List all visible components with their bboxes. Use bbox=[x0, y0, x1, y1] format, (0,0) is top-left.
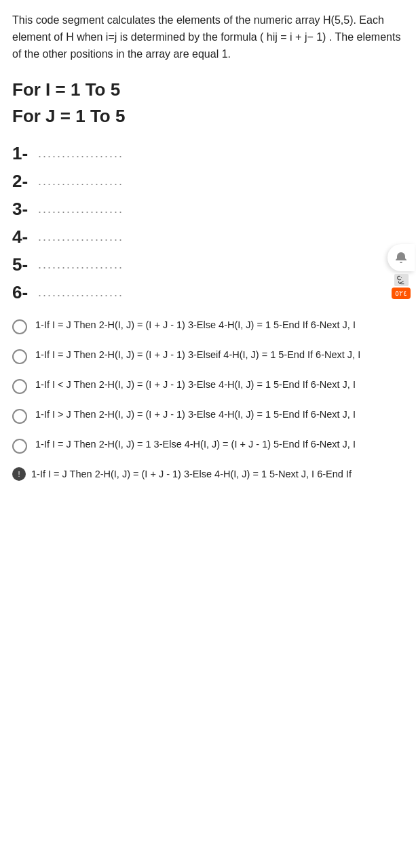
side-widget: لان ٥٢٤ bbox=[386, 244, 416, 299]
line-num: 4- bbox=[12, 224, 37, 250]
radio-circle-5[interactable] bbox=[12, 439, 27, 454]
numbered-line-1: 1-.................. bbox=[12, 140, 404, 167]
bell-icon[interactable] bbox=[387, 244, 415, 271]
line-num: 6- bbox=[12, 279, 37, 306]
options-list: 1-If I = J Then 2-H(I, J) = (I + J - 1) … bbox=[12, 318, 404, 482]
line-dots: .................. bbox=[38, 228, 124, 246]
formula-line-1: For I = 1 To 5 bbox=[12, 77, 404, 102]
numbered-line-4: 4-.................. bbox=[12, 224, 404, 250]
formula-section: For I = 1 To 5 For J = 1 To 5 bbox=[12, 77, 404, 128]
option-text-2: 1-If I = J Then 2-H(I, J) = (I + J - 1) … bbox=[35, 348, 404, 363]
line-dots: .................. bbox=[38, 172, 124, 191]
line-dots: .................. bbox=[38, 200, 124, 218]
radio-circle-1[interactable] bbox=[12, 319, 27, 334]
option-item-3[interactable]: 1-If I < J Then 2-H(I, J) = (I + J - 1) … bbox=[12, 378, 404, 394]
option-item-1[interactable]: 1-If I = J Then 2-H(I, J) = (I + J - 1) … bbox=[12, 318, 404, 334]
line-num: 2- bbox=[12, 168, 37, 195]
exclamation-badge: ! bbox=[12, 467, 26, 481]
widget-badge: ٥٢٤ bbox=[392, 288, 411, 299]
option-text-1: 1-If I = J Then 2-H(I, J) = (I + J - 1) … bbox=[35, 318, 404, 333]
numbered-line-5: 5-.................. bbox=[12, 252, 404, 278]
option-item-2[interactable]: 1-If I = J Then 2-H(I, J) = (I + J - 1) … bbox=[12, 348, 404, 364]
line-dots: .................. bbox=[38, 144, 124, 163]
line-num: 3- bbox=[12, 196, 37, 222]
radio-circle-2[interactable] bbox=[12, 349, 27, 364]
line-num: 1- bbox=[12, 140, 37, 167]
line-dots: .................. bbox=[38, 283, 124, 302]
option-item-5[interactable]: 1-If I = J Then 2-H(I, J) = 1 3-Else 4-H… bbox=[12, 437, 404, 454]
numbered-lines: 1-..................2-..................… bbox=[12, 140, 404, 306]
option-text-6: 1-If I = J Then 2-H(I, J) = (I + J - 1) … bbox=[31, 467, 404, 482]
numbered-line-6: 6-.................. bbox=[12, 279, 404, 306]
option-text-4: 1-If I > J Then 2-H(I, J) = (I + J - 1) … bbox=[35, 408, 404, 422]
widget-label: لان bbox=[394, 274, 409, 286]
numbered-line-3: 3-.................. bbox=[12, 196, 404, 222]
line-dots: .................. bbox=[38, 256, 124, 274]
radio-circle-3[interactable] bbox=[12, 379, 27, 394]
description-text: This code segment calculates the element… bbox=[12, 12, 404, 62]
numbered-line-2: 2-.................. bbox=[12, 168, 404, 195]
main-card: This code segment calculates the element… bbox=[0, 0, 416, 868]
option-item-6[interactable]: !1-If I = J Then 2-H(I, J) = (I + J - 1)… bbox=[12, 467, 404, 482]
option-item-4[interactable]: 1-If I > J Then 2-H(I, J) = (I + J - 1) … bbox=[12, 408, 404, 424]
formula-line-2: For J = 1 To 5 bbox=[12, 104, 404, 128]
radio-circle-4[interactable] bbox=[12, 409, 27, 424]
option-text-3: 1-If I < J Then 2-H(I, J) = (I + J - 1) … bbox=[35, 378, 404, 393]
line-num: 5- bbox=[12, 252, 37, 278]
option-text-5: 1-If I = J Then 2-H(I, J) = 1 3-Else 4-H… bbox=[35, 437, 404, 452]
